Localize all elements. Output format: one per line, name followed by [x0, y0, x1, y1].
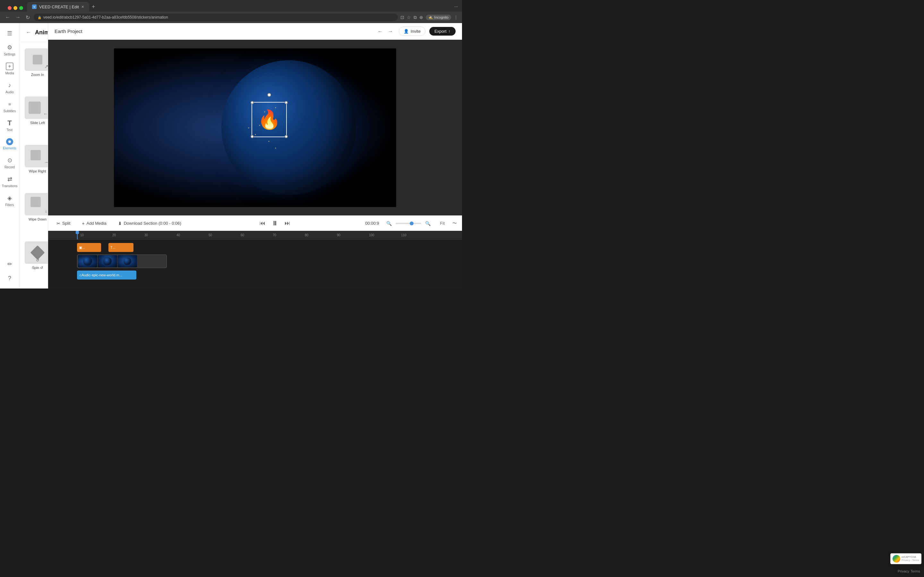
clip-orange-1[interactable]: ▣ ... — [77, 243, 101, 252]
playhead[interactable] — [77, 231, 78, 239]
handle-bl[interactable] — [250, 135, 254, 138]
fit-button[interactable]: Fit — [438, 219, 447, 227]
video-canvas[interactable]: 🔥 — [114, 48, 396, 207]
transitions-icon: ⇄ — [6, 175, 13, 183]
anim-item-wipe-right[interactable]: → Wipe Right — [22, 141, 48, 189]
new-tab-button[interactable]: + — [92, 3, 95, 10]
anim-item-zoom-in[interactable]: ↗ Zoom In — [22, 45, 48, 93]
sidebar-item-transitions[interactable]: ⇄ Transitions — [0, 173, 19, 190]
panel-back-button[interactable]: ← — [25, 28, 32, 37]
incognito-label: Incognito — [434, 15, 449, 19]
zoom-out-button[interactable]: 🔍 — [384, 219, 394, 228]
anim-item-slide-left[interactable]: ← Slide Left — [22, 93, 48, 141]
split-button[interactable]: ✂ Split — [53, 219, 73, 228]
browser-menu-icon[interactable]: ⋮ — [454, 15, 458, 20]
clip-video-1[interactable] — [77, 255, 167, 268]
export-button[interactable]: Export ↑ — [429, 27, 456, 35]
anim-label-wipe-down: Wipe Down — [29, 218, 47, 221]
sidebar-item-record[interactable]: ⊙ Record — [0, 154, 19, 171]
close-button[interactable] — [8, 6, 11, 10]
invite-button[interactable]: 👤 Invite — [399, 27, 425, 36]
ruler-tick-80: 80 — [305, 234, 309, 237]
address-bar[interactable]: 🔒 veed.io/edit/abcb1297-5a01-4d77-b2aa-a… — [34, 13, 398, 21]
track-row-video — [77, 253, 462, 269]
browser-more-button[interactable]: ⋯ — [454, 5, 458, 9]
bottom-toolbar: ✂ Split + Add Media ⬇ Download Section (… — [48, 215, 462, 231]
audio-icon-clip: ♫ — [79, 273, 81, 277]
back-button[interactable]: ← — [4, 13, 11, 21]
zoom-in-button[interactable]: 🔍 — [423, 219, 433, 228]
video-thumbnails — [78, 255, 137, 268]
timeline: 10 20 30 40 50 60 70 80 90 100 110 — [48, 231, 462, 288]
ruler-tick-70: 70 — [273, 234, 276, 237]
sidebar-item-text[interactable]: T Text — [0, 117, 19, 134]
ruler-tick-100: 100 — [369, 234, 375, 237]
tab-title: VEED CREATE | Edit — [39, 5, 79, 9]
tab-icon: V — [32, 5, 37, 9]
handle-tr[interactable] — [284, 101, 288, 104]
zoom-control: 🔍 🔍 — [384, 219, 433, 228]
zoom-slider[interactable] — [396, 223, 421, 224]
zoom-slider-thumb[interactable] — [410, 221, 414, 226]
clip-text-1[interactable]: T ... — [108, 243, 134, 252]
bookmark-icon[interactable]: ☆ — [407, 15, 411, 20]
sidebar-item-elements[interactable]: Elements — [0, 135, 19, 153]
anim-item-wipe-down[interactable]: ↓ Wipe Down — [22, 189, 48, 237]
subtitles-icon: ≡ — [6, 100, 13, 108]
track-row-audio: ♫ Audio epic-new-world.m... — [77, 269, 462, 281]
selection-box: 🔥 — [252, 102, 287, 137]
add-media-button[interactable]: + Add Media — [79, 219, 110, 228]
sidebar-item-edit[interactable]: ✏ — [0, 258, 19, 271]
download-section-button[interactable]: ⬇ Download Section (0:00 - 0:06) — [115, 219, 184, 228]
sidebar-item-media[interactable]: + Media — [0, 60, 19, 77]
invite-icon: 👤 — [404, 29, 409, 34]
animation-panel: ← Animation ↗ Zoom In ↓ Drop — [19, 23, 48, 288]
menu-icon: ☰ — [6, 29, 13, 37]
earth-sphere — [221, 60, 356, 195]
text-icon: T — [6, 119, 13, 127]
cast-icon[interactable]: ⊡ — [401, 15, 404, 20]
forward-button[interactable]: → — [14, 13, 22, 21]
anim-preview-wipe-right: → — [25, 145, 48, 167]
browser-nav-right: ⊡ ☆ ⧉ ⊕ 🕵 Incognito ⋮ — [401, 15, 458, 20]
split-icon: ✂ — [57, 221, 60, 226]
pause-button[interactable]: ⏸ — [269, 218, 281, 229]
maximize-button[interactable] — [19, 6, 23, 10]
filters-label: Filters — [5, 203, 14, 207]
extension-icon[interactable]: ⧉ — [414, 15, 417, 20]
skip-forward-button[interactable]: ⏭ — [283, 219, 292, 228]
clip-text-icon: T — [110, 245, 113, 250]
editor-main: Earth Project ← → 👤 Invite Export ↑ — [48, 23, 462, 288]
handle-tl[interactable] — [250, 101, 254, 104]
settings-label: Settings — [4, 53, 15, 56]
handle-br[interactable] — [284, 135, 288, 138]
anim-item-spin-cw[interactable]: ↺ Spin ↺ — [22, 237, 48, 286]
sidebar-item-help[interactable]: ? — [0, 272, 19, 285]
sidebar-item-filters[interactable]: ◈ Filters — [0, 192, 19, 210]
playback-controls: ⏮ ⏸ ⏭ — [190, 218, 360, 229]
rotation-handle[interactable] — [267, 93, 271, 97]
minimize-button[interactable] — [13, 6, 17, 10]
sidebar-item-audio[interactable]: ♪ Audio — [0, 79, 19, 97]
redo-button[interactable]: → — [386, 27, 395, 36]
lock-icon: 🔒 — [37, 16, 41, 19]
topbar-actions: ← → 👤 Invite Export ↑ — [376, 27, 456, 36]
sidebar-item-subtitles[interactable]: ≡ Subtitles — [0, 98, 19, 115]
reload-button[interactable]: ↻ — [24, 13, 31, 22]
tab-close-button[interactable]: × — [81, 5, 84, 9]
sticker-container[interactable]: 🔥 — [252, 102, 287, 137]
traffic-lights — [4, 3, 27, 10]
download-icon: ⬇ — [118, 221, 122, 226]
split-label: Split — [62, 221, 70, 226]
sidebar-item-settings[interactable]: ⚙ Settings — [0, 41, 19, 59]
undo-button[interactable]: ← — [376, 27, 384, 36]
anim-label-zoom-in: Zoom In — [31, 73, 44, 77]
profile-icon[interactable]: ⊕ — [419, 15, 423, 20]
waveform-button[interactable]: 〜 — [452, 221, 457, 226]
browser-tab[interactable]: V VEED CREATE | Edit × — [27, 2, 89, 11]
ruler-tick-10: 10 — [80, 234, 84, 237]
sidebar-item-menu[interactable]: ☰ — [0, 27, 19, 40]
clip-audio-1[interactable]: ♫ Audio epic-new-world.m... — [77, 271, 136, 279]
add-icon: + — [82, 221, 84, 226]
skip-back-button[interactable]: ⏮ — [258, 219, 267, 228]
